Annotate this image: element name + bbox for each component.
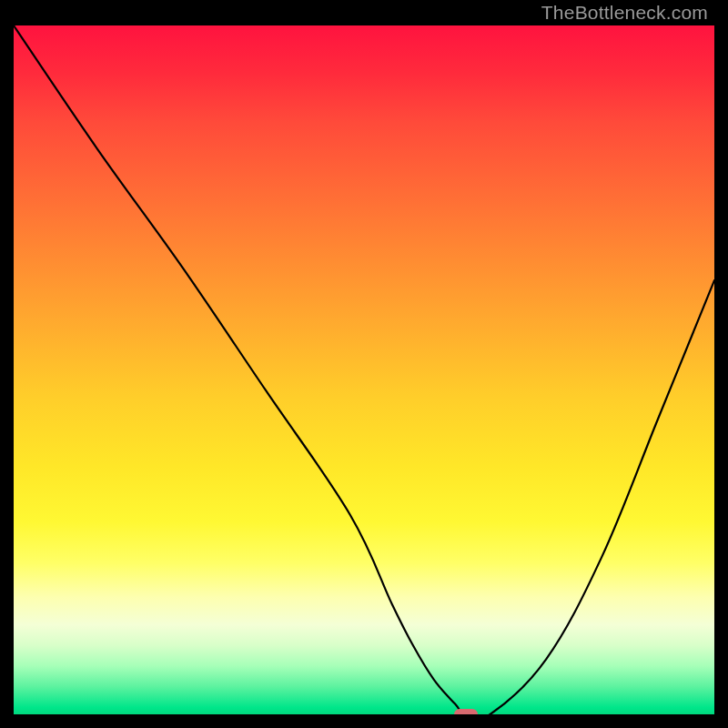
watermark-label: TheBottleneck.com <box>541 2 708 24</box>
curve-svg <box>14 25 714 714</box>
minimum-marker <box>454 709 478 714</box>
bottleneck-curve-path <box>14 25 714 714</box>
plot-area <box>14 25 714 714</box>
